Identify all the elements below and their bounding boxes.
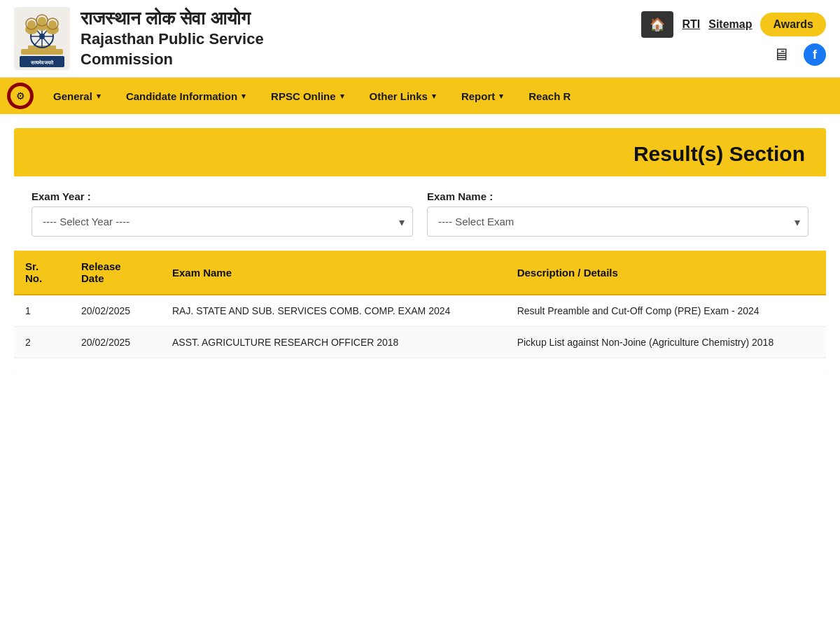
awards-button[interactable]: Awards (760, 13, 826, 36)
nav-item-other-links[interactable]: Other Links ▾ (357, 80, 449, 112)
facebook-icon[interactable]: f (804, 43, 826, 66)
rti-link[interactable]: RTI (682, 18, 700, 31)
year-select-wrapper: ---- Select Year ---- ▾ (31, 206, 413, 237)
year-filter-group: Exam Year : ---- Select Year ---- ▾ (31, 190, 413, 237)
nav-item-rpsc-online[interactable]: RPSC Online ▾ (258, 80, 357, 112)
cell-exam-name: ASST. AGRICULTURE RESEARCH OFFICER 2018 (161, 327, 506, 358)
chevron-down-icon: ▾ (340, 92, 344, 101)
year-label: Exam Year : (31, 190, 413, 202)
logo-area: सत्यमेव जयते राजस्थान लोक सेवा आयोग Raja… (14, 7, 641, 70)
col-release-date: ReleaseDate (70, 251, 161, 295)
monitor-icon[interactable]: 🖥 (773, 45, 790, 64)
svg-text:सत्यमेव जयते: सत्यमेव जयते (30, 59, 55, 65)
results-title: Result(s) Section (634, 142, 805, 165)
sitemap-link[interactable]: Sitemap (708, 18, 752, 31)
social-icons: 🖥 f (773, 43, 826, 66)
page-header: सत्यमेव जयते राजस्थान लोक सेवा आयोग Raja… (0, 0, 840, 78)
chevron-down-icon: ▾ (432, 92, 436, 101)
results-table: Sr.No. ReleaseDate Exam Name Description… (14, 251, 826, 358)
org-name: राजस्थान लोक सेवा आयोग Rajasthan Public … (80, 8, 264, 69)
table-row: 1 20/02/2025 RAJ. STATE AND SUB. SERVICE… (14, 295, 826, 327)
exam-name-label: Exam Name : (427, 190, 808, 202)
col-exam-name: Exam Name (161, 251, 506, 295)
table-container: Sr.No. ReleaseDate Exam Name Description… (14, 251, 826, 372)
chevron-down-icon: ▾ (241, 92, 246, 101)
nav-items: General ▾ Candidate Information ▾ RPSC O… (41, 80, 583, 112)
hindi-title: राजस्थान लोक सेवा आयोग (80, 8, 264, 29)
cell-release-date: 20/02/2025 (70, 327, 161, 358)
cell-exam-name: RAJ. STATE AND SUB. SERVICES COMB. COMP.… (161, 295, 506, 327)
main-content: Result(s) Section Exam Year : ---- Selec… (0, 114, 840, 386)
nav-item-reach-r[interactable]: Reach R (516, 80, 583, 112)
table-row: 2 20/02/2025 ASST. AGRICULTURE RESEARCH … (14, 327, 826, 358)
filter-row: Exam Year : ---- Select Year ---- ▾ Exam… (31, 190, 808, 237)
table-body: 1 20/02/2025 RAJ. STATE AND SUB. SERVICE… (14, 295, 826, 358)
results-header: Result(s) Section (14, 128, 826, 176)
year-select[interactable]: ---- Select Year ---- (31, 206, 413, 237)
home-icon: 🏠 (650, 17, 665, 32)
chevron-down-icon: ▾ (499, 92, 503, 101)
col-sr-no: Sr.No. (14, 251, 70, 295)
filter-area: Exam Year : ---- Select Year ---- ▾ Exam… (14, 176, 826, 251)
nav-item-report[interactable]: Report ▾ (449, 80, 516, 112)
cell-release-date: 20/02/2025 (70, 295, 161, 327)
nav-logo-inner: ⚙ (10, 86, 30, 106)
top-right-nav: 🏠 RTI Sitemap Awards 🖥 f (641, 11, 826, 66)
svg-point-14 (38, 17, 46, 25)
exam-name-select[interactable]: ---- Select Exam (427, 206, 808, 237)
emblem-logo: सत्यमेव जयते (14, 7, 70, 70)
nav-item-candidate-info[interactable]: Candidate Information ▾ (113, 80, 258, 112)
top-nav-links: 🏠 RTI Sitemap Awards (641, 11, 826, 38)
table-header-row: Sr.No. ReleaseDate Exam Name Description… (14, 251, 826, 295)
results-section: Result(s) Section Exam Year : ---- Selec… (14, 128, 826, 372)
svg-point-12 (27, 20, 36, 29)
exam-name-filter-group: Exam Name : ---- Select Exam ▾ (427, 190, 808, 237)
cell-sr-no: 1 (14, 295, 70, 327)
home-button[interactable]: 🏠 (641, 11, 673, 38)
cell-description: Pickup List against Non-Joine (Agricultu… (506, 327, 826, 358)
cell-sr-no: 2 (14, 327, 70, 358)
chevron-down-icon: ▾ (97, 92, 101, 101)
nav-logo: ⚙ (7, 83, 34, 109)
cell-description: Result Preamble and Cut-Off Comp (PRE) E… (506, 295, 826, 327)
nav-item-general[interactable]: General ▾ (41, 80, 113, 112)
nav-bar: ⚙ General ▾ Candidate Information ▾ RPSC… (0, 78, 840, 114)
english-title: Rajasthan Public Service Commission (80, 29, 264, 69)
table-header: Sr.No. ReleaseDate Exam Name Description… (14, 251, 826, 295)
col-description: Description / Details (506, 251, 826, 295)
svg-point-13 (48, 20, 57, 29)
exam-name-select-wrapper: ---- Select Exam ▾ (427, 206, 808, 237)
